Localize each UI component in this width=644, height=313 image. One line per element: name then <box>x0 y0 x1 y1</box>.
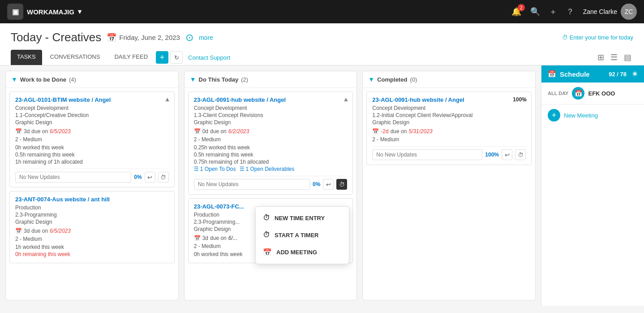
task-worked: 0.25h worked this week <box>194 144 348 151</box>
task-duration: -2d <box>381 128 388 135</box>
calendar-small-icon: 📅 <box>194 235 201 241</box>
add-meeting-icon: 📅 <box>263 248 272 256</box>
task-card: 23-AGL-0101-BTIM website / Angel Concept… <box>9 91 175 187</box>
notification-button[interactable]: 🔔 2 <box>511 7 521 17</box>
column-work-header: ▼ Work to be Done (4) <box>6 71 178 88</box>
task-worked: 1h worked this week <box>15 244 169 250</box>
column-completed: ▼ Completed (0) 100% 23-AGL-0091-hub web… <box>362 71 536 300</box>
task-due-date: 5/31/2023 <box>408 128 432 135</box>
expand-button[interactable]: ▲ <box>521 96 528 103</box>
add-tab-button[interactable]: + <box>156 51 168 64</box>
reply-button[interactable]: ↩ <box>323 179 334 190</box>
task-meta: 📅 -2d due on 5/31/2023 <box>372 128 526 135</box>
app-logo[interactable]: ▣ WORKAMAJIG ▾ <box>7 4 82 20</box>
task-remaining: 0.5h remaining this week <box>194 152 348 158</box>
task-title[interactable]: 23-ANT-0074-Aus website / ant hill <box>15 196 169 203</box>
timer-button[interactable]: ⏱ <box>158 172 169 183</box>
task-duration: 3d <box>24 228 30 234</box>
new-time-entry-item[interactable]: ⏱ NEW TIME ENTRY <box>256 209 349 226</box>
search-button[interactable]: 🔍 <box>530 7 540 17</box>
new-meeting-row: + New Meeting <box>541 104 644 126</box>
grid-view-button[interactable]: ⊞ <box>596 52 606 63</box>
task-links: ☰ 1 Open To Dos ☰ 1 Open Deliverables <box>194 166 348 172</box>
task-title[interactable]: 23-AGL-0091-hub website / Angel <box>372 96 526 103</box>
refresh-button[interactable]: ↻ <box>170 51 183 64</box>
task-due-label: due on <box>391 128 407 135</box>
calendar-small-icon: 📅 <box>372 128 379 135</box>
task-card: 23-AGL-0091-hub website / Angel Concept … <box>188 91 353 195</box>
column-work-count: (4) <box>69 76 76 83</box>
page-header: Today - Creatives 📅 Friday, June 2, 2023… <box>0 23 644 65</box>
task-due-label: due on <box>31 228 48 234</box>
update-input[interactable] <box>15 172 131 183</box>
timer-button-active[interactable]: ⏱ <box>336 179 347 190</box>
task-dept: Graphic Design <box>15 219 169 225</box>
task-due-date: 6/5/2023 <box>50 128 71 135</box>
task-title[interactable]: 23-AGL-0101-BTIM website / Angel <box>15 96 169 103</box>
task-worked: 0h worked this week <box>15 144 169 151</box>
task-remaining: 0h remaining this week <box>15 251 169 257</box>
expand-button[interactable]: ▲ <box>164 96 171 103</box>
avatar-initials: ZC <box>625 8 633 15</box>
column-completed-title: Completed <box>377 76 407 83</box>
add-meeting-label: ADD MEETING <box>276 249 317 256</box>
task-priority: 2 - Medium <box>15 136 169 143</box>
task-meta: 📅 3d due on 6/5/2023 <box>15 128 169 135</box>
schedule-allday: ALL DAY 📅 EFK OOO <box>541 83 644 104</box>
tab-daily-feed[interactable]: DAILY FEED <box>108 50 154 65</box>
tabs-row: TASKS CONVERSATIONS DAILY FEED + ↻ Conta… <box>11 50 633 65</box>
task-pct: 0% <box>134 174 142 180</box>
collapse-arrow[interactable]: ▼ <box>11 76 17 83</box>
contact-support-link[interactable]: Contact Support <box>188 54 230 61</box>
timer-button[interactable]: ⏱ <box>515 149 526 160</box>
calendar-small-icon: 📅 <box>194 128 201 135</box>
task-duration: 3d <box>24 128 30 135</box>
tab-tasks[interactable]: TASKS <box>11 50 42 65</box>
app-header: ▣ WORKAMAJIG ▾ 🔔 2 🔍 ＋ ？ Zane Clarke ZC <box>0 0 644 23</box>
column-today-count: (2) <box>241 76 248 83</box>
add-meeting-item[interactable]: 📅 ADD MEETING <box>256 243 349 261</box>
collapse-arrow[interactable]: ▼ <box>368 76 374 83</box>
start-timer-label: START A TIMER <box>275 232 318 239</box>
avatar[interactable]: ZC <box>621 4 637 20</box>
update-input[interactable] <box>372 149 482 160</box>
task-pct: 100% <box>485 152 499 158</box>
expand-button[interactable]: ▲ <box>343 96 349 103</box>
enter-time-button[interactable]: ⏱ Enter your time for today <box>562 34 633 41</box>
collapse-arrow[interactable]: ▼ <box>190 76 196 83</box>
page-title: Today - Creatives <box>11 30 101 44</box>
task-priority: 2 - Medium <box>194 136 348 143</box>
task-sub2: 2.3-Programming <box>15 212 169 218</box>
clock-icon: ⏱ <box>562 34 568 41</box>
tab-conversations[interactable]: CONVERSATIONS <box>44 50 107 65</box>
column-today-header: ▼ Do This Today (2) <box>185 71 357 88</box>
task-due-label: due on <box>210 128 227 135</box>
list-view-button[interactable]: ☰ <box>609 52 619 63</box>
enter-time-label: Enter your time for today <box>570 34 633 41</box>
allday-text: EFK OOO <box>588 90 615 97</box>
reply-button[interactable]: ↩ <box>502 149 512 160</box>
more-button[interactable]: ⊙ <box>185 32 193 43</box>
new-meeting-icon[interactable]: + <box>548 109 560 122</box>
add-button[interactable]: ＋ <box>549 6 557 17</box>
detail-view-button[interactable]: ▤ <box>622 52 633 63</box>
task-due-label: due on <box>31 128 48 135</box>
more-label[interactable]: more <box>199 34 213 41</box>
reply-button[interactable]: ↩ <box>145 172 155 183</box>
task-due-date: 6/5/2023 <box>50 228 71 234</box>
task-sub2: 1.1-Concept/Creative Direction <box>15 112 169 118</box>
start-timer-item[interactable]: ⏱ START A TIMER <box>256 226 349 243</box>
column-work-to-do: ▼ Work to be Done (4) 23-AGL-0101-BTIM w… <box>5 71 179 300</box>
update-input[interactable] <box>194 179 310 190</box>
new-meeting-label[interactable]: New Meeting <box>564 112 598 119</box>
schedule-title: Schedule <box>560 70 590 78</box>
task-priority: 2 - Medium <box>15 236 169 242</box>
task-allocated: 1h remaining of 1h allocated <box>15 159 169 165</box>
help-button[interactable]: ？ <box>566 6 574 17</box>
open-todos-link[interactable]: ☰ 1 Open To Dos <box>194 166 236 172</box>
task-title[interactable]: 23-AGL-0091-hub website / Angel <box>194 96 348 103</box>
task-card-footer: 0% ↩ ⏱ <box>194 176 348 190</box>
open-deliverables-link[interactable]: ☰ 1 Open Deliverables <box>240 166 295 172</box>
calendar-small-icon: 📅 <box>15 128 22 135</box>
notification-badge: 2 <box>518 4 525 11</box>
